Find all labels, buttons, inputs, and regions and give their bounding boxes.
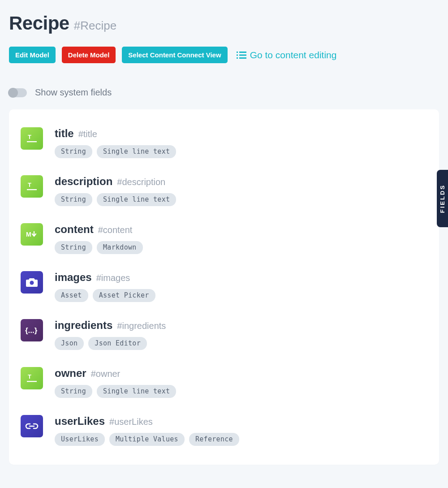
camera-icon — [21, 271, 43, 294]
text-icon: T — [21, 175, 43, 198]
field-hash: #ingredients — [117, 321, 166, 331]
svg-text:M: M — [26, 231, 31, 238]
svg-rect-7 — [27, 141, 37, 142]
field-hash: #owner — [91, 369, 121, 379]
field-hash: #title — [78, 129, 97, 139]
field-hash: #userLikes — [109, 417, 153, 427]
field-tag: Single line text — [97, 193, 176, 206]
fields-side-tab[interactable]: FIELDS — [437, 170, 448, 227]
field-body: ingredients#ingredientsJsonJson Editor — [55, 319, 166, 350]
field-name: description — [55, 175, 112, 188]
field-row-content[interactable]: Mcontent#contentStringMarkdown — [21, 215, 427, 263]
svg-text:{...}: {...} — [25, 326, 38, 335]
field-tag: Reference — [189, 433, 239, 446]
svg-text:T: T — [28, 373, 31, 380]
show-system-fields-label: Show system fields — [35, 87, 112, 98]
field-hash: #description — [117, 177, 165, 187]
text-icon: T — [21, 367, 43, 389]
svg-rect-4 — [237, 57, 238, 59]
field-body: description#descriptionStringSingle line… — [55, 175, 176, 206]
field-tag: String — [55, 193, 92, 206]
field-body: content#contentStringMarkdown — [55, 223, 143, 254]
field-tag: String — [55, 145, 92, 158]
delete-model-button[interactable]: Delete Model — [62, 47, 116, 63]
field-tags: StringSingle line text — [55, 193, 176, 206]
field-tags: JsonJson Editor — [55, 337, 166, 350]
field-hash: #content — [98, 225, 133, 235]
show-system-fields-toggle[interactable] — [9, 88, 27, 97]
field-row-images[interactable]: images#imagesAssetAsset Picker — [21, 263, 427, 311]
field-name: owner — [55, 367, 86, 380]
svg-text:T: T — [28, 134, 31, 140]
json-icon: {...} — [21, 319, 43, 341]
field-tags: StringSingle line text — [55, 145, 176, 158]
select-view-button[interactable]: Select Content Connect View — [122, 47, 227, 63]
page-hash: #Recipe — [74, 19, 116, 33]
field-row-description[interactable]: Tdescription#descriptionStringSingle lin… — [21, 167, 427, 215]
field-tag: Single line text — [97, 145, 176, 158]
field-body: userLikes#userLikesUserLikesMultiple Val… — [55, 415, 239, 446]
fields-card: Ttitle#titleStringSingle line textTdescr… — [9, 109, 439, 465]
edit-model-button[interactable]: Edit Model — [9, 47, 56, 63]
svg-rect-2 — [237, 54, 238, 56]
svg-rect-9 — [27, 189, 37, 190]
markdown-icon: M — [21, 223, 43, 246]
field-tags: StringMarkdown — [55, 241, 143, 254]
fields-side-tab-label: FIELDS — [439, 184, 446, 213]
field-name: userLikes — [55, 415, 105, 428]
field-body: images#imagesAssetAsset Picker — [55, 271, 155, 302]
svg-rect-1 — [239, 52, 246, 53]
svg-text:T: T — [28, 181, 31, 188]
field-body: title#titleStringSingle line text — [55, 127, 176, 158]
page-title: Recipe — [9, 13, 69, 34]
svg-rect-5 — [239, 57, 246, 59]
goto-content-editing-label: Go to content editing — [250, 50, 337, 60]
field-row-owner[interactable]: Towner#ownerStringSingle line text — [21, 359, 427, 407]
field-tag: Json Editor — [88, 337, 147, 350]
field-tags: UserLikesMultiple ValuesReference — [55, 433, 239, 446]
field-row-ingredients[interactable]: {...}ingredients#ingredientsJsonJson Edi… — [21, 311, 427, 359]
field-tag: Asset Picker — [93, 289, 155, 302]
list-icon — [237, 51, 246, 59]
field-name: images — [55, 271, 92, 284]
toggle-knob — [8, 88, 18, 98]
field-tag: String — [55, 241, 92, 254]
field-tags: StringSingle line text — [55, 385, 176, 398]
goto-content-editing-link[interactable]: Go to content editing — [237, 50, 337, 60]
field-tag: Asset — [55, 289, 88, 302]
field-tag: String — [55, 385, 92, 398]
link-icon — [21, 415, 43, 437]
field-body: owner#ownerStringSingle line text — [55, 367, 176, 398]
field-tag: Json — [55, 337, 84, 350]
field-tag: Markdown — [97, 241, 143, 254]
field-hash: #images — [96, 273, 130, 283]
svg-rect-14 — [27, 381, 37, 382]
field-name: title — [55, 127, 74, 140]
field-row-title[interactable]: Ttitle#titleStringSingle line text — [21, 119, 427, 167]
field-tag: Multiple Values — [109, 433, 185, 446]
svg-rect-0 — [237, 52, 238, 53]
svg-rect-3 — [239, 54, 246, 56]
field-tags: AssetAsset Picker — [55, 289, 155, 302]
field-tag: UserLikes — [55, 433, 105, 446]
field-row-userLikes[interactable]: userLikes#userLikesUserLikesMultiple Val… — [21, 407, 427, 455]
text-icon: T — [21, 127, 43, 150]
field-name: content — [55, 223, 94, 236]
field-tag: Single line text — [97, 385, 176, 398]
svg-point-11 — [30, 281, 34, 285]
field-name: ingredients — [55, 319, 112, 332]
